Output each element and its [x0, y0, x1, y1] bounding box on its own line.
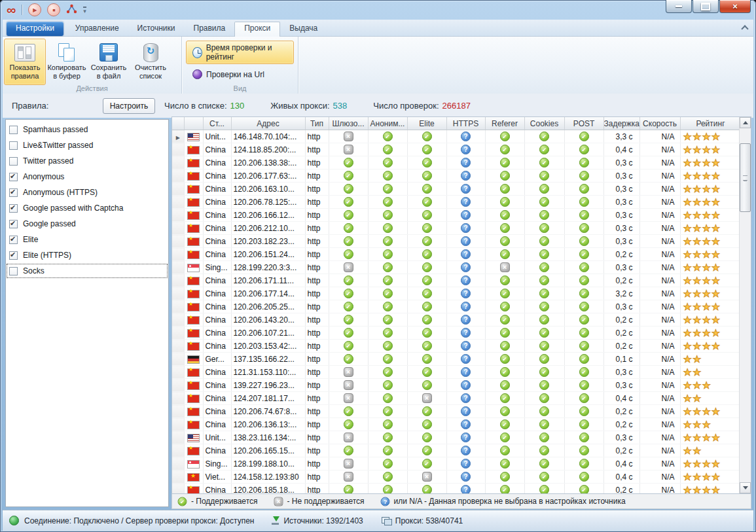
- checkbox-icon[interactable]: [9, 188, 18, 197]
- table-row[interactable]: China120.206.171.11...http0,2 сN/A★★★★: [172, 274, 741, 287]
- table-row[interactable]: China120.206.107.21...http0,2 сN/A★★★★: [172, 327, 741, 340]
- status-yes-icon: [344, 223, 353, 233]
- customize-toolbar-dropdown-icon[interactable]: ▾: [83, 7, 86, 14]
- tab-Прокси[interactable]: Прокси: [234, 22, 280, 38]
- maximize-button[interactable]: [693, 0, 719, 13]
- tab-Правила[interactable]: Правила: [185, 22, 235, 37]
- table-row[interactable]: ▶Unit...146.148.70.104:...http3,3 сN/A★★…: [172, 130, 741, 143]
- rule-label: Anonymous: [23, 172, 64, 181]
- table-row[interactable]: China120.206.212.10...http0,3 сN/A★★★★: [172, 222, 741, 235]
- scroll-up-button[interactable]: [740, 117, 751, 128]
- rule-item-Anonymous[interactable]: Anonymous: [6, 169, 168, 185]
- table-row[interactable]: China120.206.138.38:...http0,3 сN/A★★★★: [172, 156, 741, 169]
- column-header[interactable]: Скорость: [639, 117, 680, 130]
- tab-Источники[interactable]: Источники: [128, 22, 185, 37]
- column-header[interactable]: Аноним...: [368, 117, 407, 130]
- column-header[interactable]: Адрес: [231, 117, 305, 130]
- flag-cell: [184, 379, 203, 392]
- rule-item-Twitter passed[interactable]: Twitter passed: [6, 153, 168, 169]
- rule-item-Anonymous (HTTPS)[interactable]: Anonymous (HTTPS): [6, 185, 168, 200]
- table-row[interactable]: China124.207.181.17...http0,4 сN/A★★: [172, 392, 741, 405]
- checkbox-icon[interactable]: [9, 236, 18, 244]
- scrollbar-thumb[interactable]: [740, 143, 751, 212]
- checkbox-icon[interactable]: [9, 220, 18, 228]
- table-row[interactable]: China121.31.153.110:...http0,3 сN/A★★: [172, 366, 741, 379]
- column-header[interactable]: [172, 117, 184, 130]
- table-row[interactable]: China120.206.205.25...http0,3 сN/A★★★★: [172, 300, 741, 313]
- table-row[interactable]: China139.227.196.23...http0,3 сN/A★★★: [172, 379, 741, 392]
- column-header[interactable]: Задержка: [603, 117, 639, 130]
- table-header-row[interactable]: Ст...АдресТипШлюзо...Аноним...EliteHTTPS…: [172, 117, 741, 130]
- checkbox-icon[interactable]: [9, 141, 18, 150]
- column-header[interactable]: Шлюзо...: [329, 117, 368, 130]
- checkbox-icon[interactable]: [9, 251, 18, 260]
- table-row[interactable]: China124.118.85.200:...http0,4 сN/A★★★★: [172, 143, 741, 156]
- status-unk-icon: [461, 472, 471, 482]
- tab-Настройки[interactable]: Настройки: [7, 22, 63, 36]
- table-row[interactable]: China120.206.78.125:...http0,3 сN/A★★★★: [172, 196, 741, 209]
- table-row[interactable]: China120.203.182.23...http0,3 сN/A★★★★: [172, 235, 741, 248]
- rule-item-Socks[interactable]: Socks: [6, 263, 168, 279]
- ribbon-button-Время проверки и рейтинг[interactable]: Время проверки и рейтинг: [186, 41, 294, 64]
- ribbon-button-Проверки на Url[interactable]: Проверки на Url: [186, 67, 271, 82]
- proxy-grid[interactable]: Ст...АдресТипШлюзо...Аноним...EliteHTTPS…: [172, 117, 742, 494]
- rule-item-Live&Twitter passed[interactable]: Live&Twitter passed: [6, 137, 168, 153]
- rule-item-Elite[interactable]: Elite: [6, 232, 168, 247]
- table-row[interactable]: China120.206.163.10...http0,3 сN/A★★★★: [172, 183, 741, 196]
- column-header[interactable]: POST: [564, 117, 603, 130]
- rule-item-Elite (HTTPS)[interactable]: Elite (HTTPS): [6, 247, 168, 263]
- ribbon-button-Очистить список[interactable]: Очистить список: [130, 39, 171, 85]
- table-row[interactable]: China120.206.151.24...http0,2 сN/A★★★★: [172, 248, 741, 261]
- checkbox-icon[interactable]: [9, 204, 18, 213]
- column-header[interactable]: Referer: [485, 117, 524, 130]
- column-header[interactable]: Рейтинг: [680, 117, 741, 130]
- minimize-button[interactable]: [666, 0, 692, 13]
- stop-button[interactable]: [47, 3, 60, 16]
- tab-Выдача[interactable]: Выдача: [280, 22, 327, 37]
- scroll-down-button[interactable]: [740, 482, 751, 493]
- ribbon-button-Сохранить в файл[interactable]: Сохранить в файл: [88, 39, 130, 85]
- rule-item-Google passed[interactable]: Google passed: [6, 216, 168, 232]
- column-header[interactable]: Elite: [407, 117, 446, 130]
- tab-Управление[interactable]: Управление: [66, 22, 128, 37]
- table-row[interactable]: Sing...128.199.188.10...http0,4 сN/A★★★★: [172, 457, 741, 470]
- checkbox-icon[interactable]: [9, 267, 18, 275]
- table-row[interactable]: China120.203.153.42:...http0,2 сN/A★★★★: [172, 340, 741, 353]
- column-header[interactable]: Cookies: [524, 117, 564, 130]
- ribbon-group-label: Вид: [182, 84, 298, 92]
- table-row[interactable]: Viet...124.158.12.193:80http0,4 сN/A★★★★: [172, 470, 741, 484]
- rule-item-Spamhaus passed[interactable]: Spamhaus passed: [6, 122, 168, 137]
- checkbox-icon[interactable]: [9, 157, 18, 166]
- table-row[interactable]: Unit...138.23.116.134:...http0,3 сN/A★★★…: [172, 431, 741, 444]
- rule-item-Google passed with Captcha[interactable]: Google passed with Captcha: [6, 200, 168, 216]
- column-header[interactable]: Ст...: [203, 117, 231, 130]
- vertical-scrollbar[interactable]: [739, 117, 751, 493]
- column-header[interactable]: [184, 117, 203, 130]
- checkbox-icon[interactable]: [9, 173, 18, 181]
- column-header[interactable]: Тип: [305, 117, 329, 130]
- proxy-table-area[interactable]: Ст...АдресТипШлюзо...Аноним...EliteHTTPS…: [171, 116, 751, 494]
- network-graph-icon[interactable]: [66, 4, 77, 16]
- table-row[interactable]: China120.206.165.15...http0,2 сN/A★★: [172, 444, 741, 457]
- collapse-ribbon-icon[interactable]: [742, 25, 747, 30]
- status-yes-icon: [539, 406, 549, 416]
- status-yes-icon: [500, 459, 510, 469]
- ribbon-button-Копировать в буфер[interactable]: Копировать в буфер: [46, 39, 88, 85]
- table-row[interactable]: Sing...128.199.220.3:3...http0,3 сN/A★★★…: [172, 261, 741, 274]
- table-row[interactable]: China120.206.177.14...http3,2 сN/A★★★★: [172, 287, 741, 300]
- title-bar[interactable]: ∞ ▾ ×: [0, 0, 756, 20]
- table-row[interactable]: China120.206.177.63:...http0,3 сN/A★★★★: [172, 169, 741, 183]
- status-yes-icon: [422, 354, 432, 364]
- configure-rules-button[interactable]: Настроить: [103, 98, 155, 114]
- table-row[interactable]: China120.206.143.20...http0,2 сN/A★★★★: [172, 313, 741, 327]
- table-row[interactable]: China120.206.166.12...http0,3 сN/A★★★★: [172, 209, 741, 222]
- table-row[interactable]: China120.206.74.67:8...http0,2 сN/A★★★★: [172, 405, 741, 418]
- checkbox-icon[interactable]: [9, 126, 18, 134]
- ribbon-button-Показать правила[interactable]: Показать правила: [4, 39, 46, 85]
- table-row[interactable]: China120.206.136.13:...http0,2 сN/A★★★: [172, 418, 741, 431]
- table-row[interactable]: Ger...137.135.166.22...http0,1 сN/A★★: [172, 353, 741, 366]
- column-header[interactable]: HTTPS: [446, 117, 485, 130]
- start-button[interactable]: [28, 3, 41, 16]
- table-row[interactable]: China120.206.185.18...http0,2 сN/A★★★★: [172, 484, 741, 495]
- close-button[interactable]: ×: [719, 0, 751, 13]
